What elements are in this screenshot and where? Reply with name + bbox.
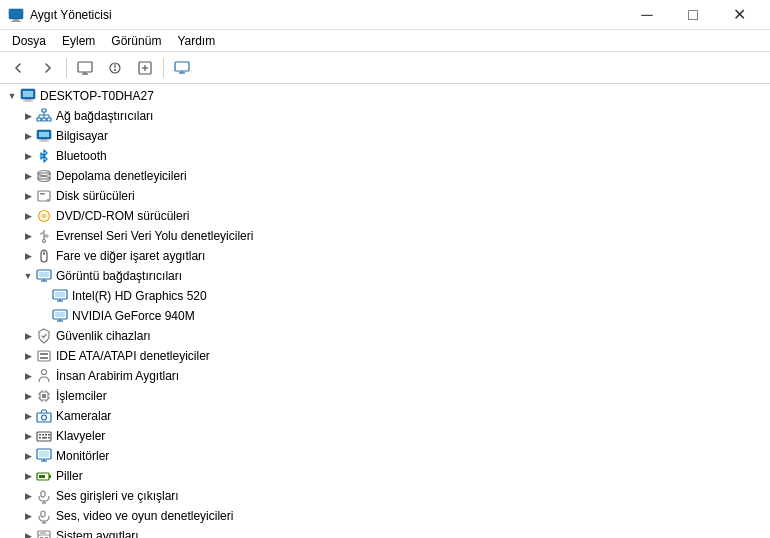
svg-rect-62	[40, 353, 48, 355]
gpu1-icon	[52, 288, 68, 304]
tree-item-storage[interactable]: ▶ Depolama denetleyicileri	[0, 166, 770, 186]
audio2-icon	[36, 508, 52, 524]
tree-item-gpu1[interactable]: Intel(R) HD Graphics 520	[0, 286, 770, 306]
svg-rect-30	[41, 139, 47, 141]
back-button[interactable]	[4, 55, 32, 81]
svg-rect-3	[78, 62, 92, 72]
svg-point-48	[43, 253, 45, 255]
close-button[interactable]: ✕	[716, 0, 762, 30]
svg-rect-75	[37, 413, 51, 422]
svg-rect-29	[39, 132, 49, 137]
svg-rect-20	[37, 118, 41, 121]
keyboard-label: Klavyeler	[56, 429, 105, 443]
svg-rect-90	[39, 475, 45, 478]
usb-expand[interactable]: ▶	[20, 228, 36, 244]
svg-point-76	[42, 415, 47, 420]
menu-dosya[interactable]: Dosya	[4, 30, 54, 52]
mouse-expand[interactable]: ▶	[20, 248, 36, 264]
minimize-button[interactable]: ─	[624, 0, 670, 30]
toolbar-icon-1	[77, 60, 93, 76]
maximize-button[interactable]: □	[670, 0, 716, 30]
sysdev-expand[interactable]: ▶	[20, 528, 36, 538]
tree-item-gpu2[interactable]: NVIDIA GeForce 940M	[0, 306, 770, 326]
processor-expand[interactable]: ▶	[20, 388, 36, 404]
svg-rect-12	[175, 62, 189, 71]
tree-item-ide[interactable]: ▶ IDE ATA/ATAPI denetleyiciler	[0, 346, 770, 366]
camera-icon	[36, 408, 52, 424]
menu-gorunum[interactable]: Görünüm	[103, 30, 169, 52]
network-label: Ağ bağdaştırıcıları	[56, 109, 153, 123]
svg-rect-22	[47, 118, 51, 121]
tree-item-hid[interactable]: ▶ İnsan Arabirim Aygıtları	[0, 366, 770, 386]
audio2-expand[interactable]: ▶	[20, 508, 36, 524]
bluetooth-label: Bluetooth	[56, 149, 107, 163]
tree-item-bluetooth[interactable]: ▶ Bluetooth	[0, 146, 770, 166]
toolbar-btn-1[interactable]	[71, 55, 99, 81]
tree-item-camera[interactable]: ▶ Kameralar	[0, 406, 770, 426]
menu-eylem[interactable]: Eylem	[54, 30, 103, 52]
svg-rect-78	[39, 434, 41, 436]
tree-item-keyboard[interactable]: ▶ Klavyeler	[0, 426, 770, 446]
tree-item-disk[interactable]: ▶ Disk sürücüleri	[0, 186, 770, 206]
computer-expand[interactable]: ▶	[20, 128, 36, 144]
svg-point-38	[39, 211, 50, 222]
root-expand[interactable]: ▼	[4, 88, 20, 104]
usb-label: Evrensel Seri Veri Yolu denetleyicileri	[56, 229, 253, 243]
menu-yardim[interactable]: Yardım	[169, 30, 223, 52]
tree-item-network[interactable]: ▶ Ağ bağdaştırıcıları	[0, 106, 770, 126]
hid-label: İnsan Arabirim Aygıtları	[56, 369, 179, 383]
display-icon	[36, 268, 52, 284]
svg-point-42	[43, 240, 46, 243]
tree-item-sysdev[interactable]: ▶ Sistem aygıtları	[0, 526, 770, 538]
network-expand[interactable]: ▶	[20, 108, 36, 124]
tree-item-monitor[interactable]: ▶ Monitörler	[0, 446, 770, 466]
tree-item-security[interactable]: ▶ Güvenlik cihazları	[0, 326, 770, 346]
audio2-label: Ses, video ve oyun denetleyicileri	[56, 509, 233, 523]
svg-point-36	[47, 199, 49, 201]
toolbar-btn-3[interactable]	[131, 55, 159, 81]
tree-item-mouse[interactable]: ▶ Fare ve diğer işaret aygıtları	[0, 246, 770, 266]
tree-root[interactable]: ▼ DESKTOP-T0DHA27	[0, 86, 770, 106]
monitor-icon	[36, 448, 52, 464]
bluetooth-icon	[36, 148, 52, 164]
svg-rect-102	[40, 533, 46, 534]
tree-item-computer[interactable]: ▶ Bilgisayar	[0, 126, 770, 146]
tree-item-audio1[interactable]: ▶ Ses girişleri ve çıkışları	[0, 486, 770, 506]
tree-item-processor[interactable]: ▶ İşlemciler	[0, 386, 770, 406]
disk-icon	[36, 188, 52, 204]
monitor-expand[interactable]: ▶	[20, 448, 36, 464]
keyboard-expand[interactable]: ▶	[20, 428, 36, 444]
toolbar-btn-2[interactable]	[101, 55, 129, 81]
display-expand[interactable]: ▼	[20, 268, 36, 284]
tree-item-display[interactable]: ▼ Görüntü bağdaştırıcıları	[0, 266, 770, 286]
svg-rect-45	[45, 235, 48, 237]
storage-label: Depolama denetleyicileri	[56, 169, 187, 183]
tree-item-usb[interactable]: ▶ Evrensel Seri Veri Yolu denetleyiciler…	[0, 226, 770, 246]
monitor-label: Monitörler	[56, 449, 109, 463]
audio1-expand[interactable]: ▶	[20, 488, 36, 504]
tree-item-audio2[interactable]: ▶ Ses, video ve oyun denetleyicileri	[0, 506, 770, 526]
tree-item-dvd[interactable]: ▶ DVD/CD-ROM sürücüleri	[0, 206, 770, 226]
toolbar-icon-3	[137, 60, 153, 76]
menu-bar: Dosya Eylem Görünüm Yardım	[0, 30, 770, 52]
tree-item-battery[interactable]: ▶ Piller	[0, 466, 770, 486]
camera-expand[interactable]: ▶	[20, 408, 36, 424]
camera-label: Kameralar	[56, 409, 111, 423]
battery-expand[interactable]: ▶	[20, 468, 36, 484]
bilgisayar-label: Bilgisayar	[56, 129, 108, 143]
svg-point-64	[42, 370, 47, 375]
back-icon	[10, 60, 26, 76]
disk-expand[interactable]: ▶	[20, 188, 36, 204]
sysdev-icon	[36, 528, 52, 538]
ide-expand[interactable]: ▶	[20, 348, 36, 364]
dvd-expand[interactable]: ▶	[20, 208, 36, 224]
security-expand[interactable]: ▶	[20, 328, 36, 344]
bluetooth-expand[interactable]: ▶	[20, 148, 36, 164]
svg-rect-58	[55, 312, 65, 317]
toolbar-btn-4[interactable]	[168, 55, 196, 81]
hid-expand[interactable]: ▶	[20, 368, 36, 384]
sysdev-label: Sistem aygıtları	[56, 529, 139, 538]
svg-rect-84	[48, 437, 50, 439]
storage-expand[interactable]: ▶	[20, 168, 36, 184]
forward-button[interactable]	[34, 55, 62, 81]
